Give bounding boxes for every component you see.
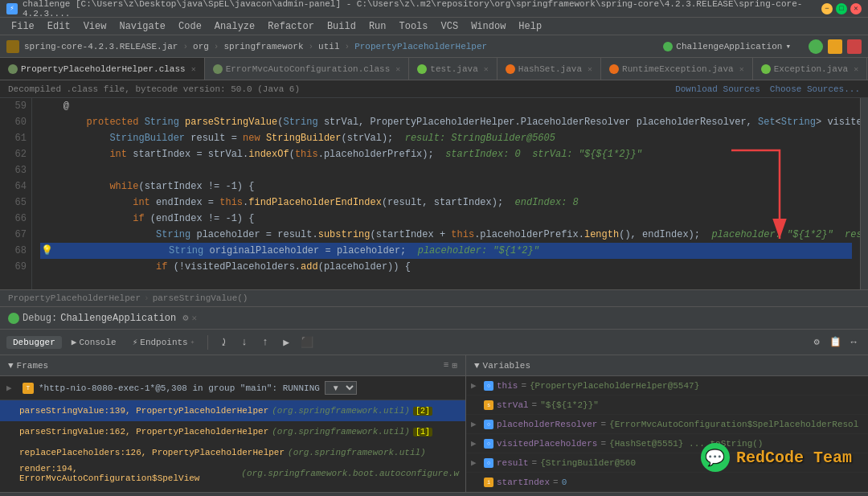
editor-area: 59 60 61 62 63 64 65 66 67 68 69 @ prote…	[0, 98, 868, 289]
maximize-button[interactable]: □	[836, 3, 847, 14]
tab-close-icon[interactable]: ✕	[395, 64, 400, 74]
java-file-icon	[506, 64, 515, 74]
code-editor[interactable]: @ protected String parseStringValue(Stri…	[32, 98, 860, 289]
menu-file[interactable]: File	[5, 19, 41, 34]
download-sources-link[interactable]: Download Sources	[675, 84, 760, 94]
frame-row-2[interactable]: replacePlaceholders:126, PropertyPlaceho…	[0, 442, 465, 463]
menu-edit[interactable]: Edit	[41, 19, 77, 34]
decompiled-notice: Decompiled .class file, bytecode version…	[8, 84, 300, 94]
menu-window[interactable]: Window	[465, 19, 512, 34]
toolbar-icon-3[interactable]: ↔	[845, 334, 862, 350]
tab-close-icon[interactable]: ✕	[191, 64, 196, 74]
stop-button[interactable]	[847, 39, 862, 54]
thread-row[interactable]: ▶ T *http-nio-8080-exec-1*@5,308 in grou…	[0, 376, 465, 400]
tab-close-icon[interactable]: ✕	[739, 64, 744, 74]
nav-pkg3: util	[318, 42, 339, 51]
var-eq: =	[532, 458, 538, 468]
menu-help[interactable]: Help	[512, 19, 548, 34]
menu-analyze[interactable]: Analyze	[208, 19, 261, 34]
endpoints-tab[interactable]: ⚡ Endpoints ✦	[126, 335, 201, 349]
stop-debug-button[interactable]: ⬛	[298, 334, 316, 351]
step-into-button[interactable]: ↓	[235, 334, 253, 351]
toolbar-icon-2[interactable]: 📋	[827, 334, 843, 350]
tab-error-mvc[interactable]: ErrorMvcAutoConfiguration.class ✕	[205, 58, 410, 80]
code-line-62: int startIndex = strVal.indexOf(this.pla…	[40, 146, 852, 162]
frame-row-3[interactable]: render:194, ErrorMvcAutoConfiguration$Sp…	[0, 463, 465, 484]
java-file-icon	[761, 64, 771, 74]
frames-panel: ▼ Frames ≡ ⊞ ▶ T *http-nio-8080-exec-1*@…	[0, 355, 466, 492]
debug-button[interactable]	[828, 39, 842, 54]
class-file-icon	[213, 64, 223, 74]
thread-dropdown[interactable]: ▼	[325, 381, 357, 395]
var-eq: =	[521, 381, 526, 391]
toolbar-icon-1[interactable]: ⚙	[809, 334, 825, 350]
close-button[interactable]: ✕	[850, 3, 862, 14]
run-config-dropdown[interactable]: ChallengeApplication ▾	[657, 39, 797, 53]
var-type-icon: ○	[484, 381, 493, 391]
code-line-64: while(startIndex != -1) {	[40, 178, 852, 195]
var-row-placeholder-resolver: ▶ ○ placeholderResolver = {ErrorMvcAutoC…	[466, 415, 868, 434]
minimize-button[interactable]: −	[821, 3, 833, 14]
frames-label: Frames	[17, 361, 49, 371]
var-name: this	[497, 381, 518, 391]
var-name: result	[497, 458, 529, 468]
var-expand-icon[interactable]: ▶	[471, 419, 481, 429]
tab-hashset[interactable]: HashSet.java ✕	[497, 58, 601, 80]
menu-run[interactable]: Run	[362, 19, 393, 34]
var-expand-icon[interactable]: ▶	[471, 438, 481, 449]
run-button[interactable]	[809, 39, 823, 54]
var-value: 0	[562, 478, 567, 487]
debug-area: Debug: ChallengeApplication ⚙ ✕ Debugger…	[0, 307, 868, 492]
resume-button[interactable]: ▶	[277, 334, 295, 351]
var-type-icon: ○	[484, 458, 493, 468]
tab-label: PropertyPlaceholderHelper.class	[21, 64, 186, 74]
menu-vcs[interactable]: VCS	[435, 19, 465, 34]
tab-runtime-exception[interactable]: RuntimeException.java ✕	[601, 58, 753, 80]
nav-bar: spring-core-4.2.3.RELEASE.jar › org › sp…	[0, 35, 868, 58]
var-expand-icon[interactable]: ▶	[471, 380, 481, 391]
nav-sep2: ›	[214, 42, 219, 51]
code-line-69: if (!visitedPlaceholders.add(placeholder…	[40, 259, 852, 275]
tab-close-icon[interactable]: ✕	[484, 64, 489, 74]
var-row-startindex: i startIndex = 0	[466, 473, 868, 492]
step-over-button[interactable]: ⤸	[215, 334, 232, 351]
frame-num: [2]	[413, 407, 432, 416]
tab-property-placeholder-helper[interactable]: PropertyPlaceholderHelper.class ✕	[0, 58, 205, 80]
choose-sources-link[interactable]: Choose Sources...	[770, 84, 860, 94]
frame-row-0[interactable]: parseStringValue:139, PropertyPlaceholde…	[0, 400, 465, 421]
toolbar-sep1	[207, 335, 208, 350]
var-row-strval: s strVal = "${${1*2}}"	[466, 396, 868, 415]
menu-view[interactable]: View	[77, 19, 113, 34]
menu-tools[interactable]: Tools	[393, 19, 435, 34]
toolbar-right-icons: ⚙ 📋 ↔	[809, 334, 862, 350]
var-row-this: ▶ ○ this = {PropertyPlaceholderHelper@55…	[466, 376, 868, 396]
debugger-tab[interactable]: Debugger	[6, 336, 62, 349]
frames-copy-icon[interactable]: ⊞	[452, 360, 457, 371]
tab-test-java[interactable]: test.java ✕	[409, 58, 497, 80]
code-line-60: protected String parseStringValue(String…	[40, 114, 852, 130]
debug-close-button[interactable]: ✕	[191, 313, 197, 323]
thread-icon: T	[23, 383, 34, 394]
breadcrumb-class: PropertyPlaceholderHelper	[8, 293, 141, 303]
menu-build[interactable]: Build	[321, 19, 362, 34]
frame-method: replacePlaceholders:126, PropertyPlaceho…	[19, 448, 285, 457]
tab-close-icon[interactable]: ✕	[854, 64, 858, 74]
menu-code[interactable]: Code	[172, 19, 208, 34]
tab-exception[interactable]: Exception.java ✕	[753, 58, 867, 80]
console-tab[interactable]: ▶ Console	[65, 335, 123, 349]
step-out-button[interactable]: ↑	[256, 334, 274, 351]
scrollbar[interactable]	[860, 98, 868, 289]
menu-navigate[interactable]: Navigate	[113, 19, 172, 34]
var-type-icon: ○	[484, 439, 493, 449]
gear-icon[interactable]: ⚙	[182, 312, 188, 324]
menu-refactor[interactable]: Refactor	[261, 19, 321, 34]
code-line-61: StringBuilder result = new StringBuilder…	[40, 130, 852, 146]
frame-num: [1]	[413, 428, 432, 437]
var-expand-icon[interactable]: ▶	[471, 457, 481, 468]
tab-close-icon[interactable]: ✕	[588, 64, 592, 74]
breadcrumb-bar: PropertyPlaceholderHelper › parseStringV…	[0, 289, 868, 307]
frames-filter-icon[interactable]: ≡	[444, 360, 449, 371]
debug-app-icon	[8, 313, 19, 324]
frame-row-1[interactable]: parseStringValue:162, PropertyPlaceholde…	[0, 421, 465, 442]
decompiled-bar: Decompiled .class file, bytecode version…	[0, 80, 868, 98]
